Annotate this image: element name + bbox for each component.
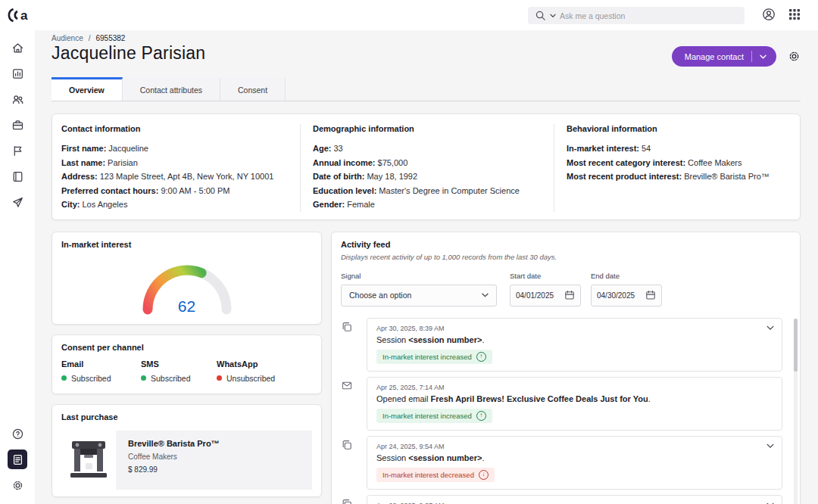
scrollbar-thumb[interactable] [794, 319, 798, 372]
right-column: Activity feed Displays recent activity o… [331, 232, 801, 504]
status-dot-icon [217, 375, 222, 381]
start-date-label: Start date [510, 272, 581, 280]
field-value: 54 [642, 144, 651, 153]
event-text-bold: <session number> [408, 453, 482, 462]
field-label: Most recent category interest: [567, 158, 685, 167]
activity-feed-subtitle: Displays recent activity of up to 1,000 … [341, 253, 791, 261]
field-value: May 18, 1992 [367, 172, 417, 181]
event-card: Apr 25, 2025, 7:14 AM Opened email Fresh… [367, 377, 782, 431]
account-icon[interactable] [762, 8, 776, 24]
field-education-level: Education level:Master's Degree in Compu… [313, 184, 543, 198]
card-title: Last purchase [61, 412, 312, 422]
status-text: Subscribed [71, 374, 111, 383]
badge-label: In-market interest increased [382, 353, 472, 361]
sidebar-item-home[interactable] [8, 38, 27, 58]
calendar-icon[interactable] [645, 290, 656, 300]
search-scope-caret-icon[interactable] [550, 14, 556, 18]
sidebar-item-audience[interactable] [8, 89, 27, 109]
activity-scrollbar[interactable] [794, 319, 798, 504]
header-actions: Manage contact [672, 46, 801, 67]
copy-icon[interactable] [341, 495, 367, 504]
channel-status: Subscribed [61, 374, 141, 383]
channel-whatsapp: WhatsApp Unsubscribed [217, 359, 312, 383]
chevron-down-icon[interactable] [760, 54, 766, 59]
sidebar-item-records[interactable] [8, 450, 27, 469]
start-date-input[interactable] [516, 291, 561, 300]
arrow-up-icon: ↑ [476, 352, 486, 362]
page: a [0, 0, 818, 504]
end-date-filter: End date [591, 272, 662, 306]
copy-icon[interactable] [341, 318, 367, 372]
email-icon[interactable] [341, 377, 367, 431]
event-text-prefix: Opened email [376, 394, 431, 403]
signal-select-value: Choose an option [349, 291, 411, 300]
purchase-details: Breville® Barista Pro™ Coffee Makers $ 8… [116, 431, 220, 490]
search-bar [528, 7, 745, 24]
tab-overview[interactable]: Overview [52, 77, 123, 101]
event-card: Apr 24, 2025, 9:54 AM Session <session n… [367, 436, 782, 490]
end-date-field [591, 285, 662, 306]
field-label: Date of birth: [313, 172, 364, 181]
field-first-name: First name:Jacqueline [61, 142, 289, 156]
signal-select[interactable]: Choose an option [341, 285, 497, 306]
signal-filter: Signal Choose an option [341, 272, 497, 306]
field-value: Parisian [108, 158, 138, 167]
field-date-of-birth: Date of birth:May 18, 1992 [313, 170, 543, 184]
event-text: Session <session number>. [376, 453, 773, 462]
event-row: Apr 25, 2025, 7:14 AM Opened email Fresh… [341, 377, 782, 431]
tab-contact-attributes[interactable]: Contact attributes [123, 77, 220, 101]
end-date-input[interactable] [597, 291, 642, 300]
sidebar-item-dashboards[interactable] [8, 64, 27, 83]
field-recent-product-interest: Most recent product interest:Breville® B… [567, 170, 789, 184]
field-value: Master's Degree in Computer Science [379, 186, 520, 195]
contact-summary-card: Contact information First name:Jacquelin… [52, 114, 801, 220]
app-grid-icon[interactable] [788, 8, 801, 23]
brand-logo-icon[interactable]: a [5, 6, 33, 27]
field-city: City:Los Angeles [61, 198, 289, 212]
consent-channels: Email Subscribed SMS Subscribed [61, 359, 312, 383]
chevron-down-icon[interactable] [766, 443, 774, 449]
chevron-down-icon[interactable] [766, 325, 774, 331]
field-label: In-market interest: [567, 144, 639, 153]
sidebar-item-messaging[interactable] [8, 192, 27, 212]
event-timestamp: Apr 24, 2025, 9:54 AM [376, 443, 773, 450]
left-column: In-market interest [52, 232, 322, 504]
send-icon [11, 196, 24, 209]
sidebar-item-business[interactable] [8, 115, 27, 135]
field-age: Age:33 [313, 142, 543, 156]
sidebar-item-settings[interactable] [8, 475, 27, 495]
field-in-market-interest: In-market interest:54 [567, 142, 789, 156]
status-text: Subscribed [151, 374, 191, 383]
card-title: In-market interest [61, 240, 312, 249]
breadcrumb-record-id: 6955382 [95, 34, 125, 42]
search-input[interactable] [560, 11, 738, 20]
field-label: Last name: [61, 158, 105, 167]
field-label: Most recent product interest: [567, 172, 682, 181]
topbar: a [0, 0, 818, 30]
copy-icon[interactable] [341, 436, 367, 490]
event-text-prefix: Session [376, 335, 408, 344]
tab-consent[interactable]: Consent [220, 77, 286, 101]
calendar-icon[interactable] [564, 290, 575, 300]
field-value: Coffee Makers [688, 158, 742, 167]
interest-increased-badge: In-market interest increased ↑ [376, 350, 492, 364]
arrow-up-icon: ↑ [476, 411, 486, 421]
page-title: Jacqueline Parisian [52, 43, 205, 64]
flag-icon [11, 145, 24, 157]
event-text-suffix: . [482, 453, 484, 462]
sidebar-item-library[interactable] [8, 166, 27, 186]
event-row: Apr 22, 2025, 9:07 AM [341, 495, 782, 504]
page-settings-gear-icon[interactable] [788, 50, 801, 63]
dashboard-icon [11, 67, 24, 80]
field-value: Female [347, 200, 375, 209]
manage-contact-button[interactable]: Manage contact [672, 46, 776, 67]
status-text: Unsubscribed [226, 374, 275, 383]
sidebar-item-help[interactable] [8, 424, 27, 443]
breadcrumb-audience-link[interactable]: Audience [52, 34, 83, 42]
book-icon [11, 170, 24, 183]
field-label: Address: [61, 172, 98, 181]
activity-events-list: Apr 30, 2025, 8:39 AM Session <session n… [341, 318, 791, 504]
help-icon [11, 428, 24, 440]
sidebar-item-campaigns[interactable] [8, 141, 27, 160]
event-text-suffix: . [648, 394, 651, 403]
